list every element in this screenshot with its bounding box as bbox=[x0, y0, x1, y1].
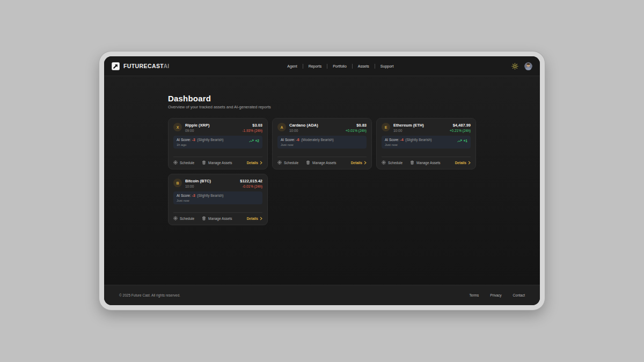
chevron-right-icon bbox=[468, 161, 471, 165]
trending-up-icon bbox=[249, 139, 254, 143]
asset-card-ethereum: E Ethereum (ETH) 10:00 $4,487.99 +0.21% … bbox=[376, 118, 476, 169]
gear-icon bbox=[173, 216, 178, 220]
sun-icon[interactable] bbox=[511, 63, 518, 70]
brand-name: FUTURECASTAI bbox=[123, 63, 170, 69]
schedule-button[interactable]: Schedule bbox=[277, 160, 298, 165]
nav-separator bbox=[352, 64, 353, 69]
coin-change: +0.01% (24h) bbox=[346, 129, 367, 132]
details-button[interactable]: Details bbox=[455, 161, 471, 165]
score-label: AI Score: bbox=[177, 138, 191, 142]
card-actions: Schedule Manage Assets Details bbox=[173, 212, 262, 220]
score-label: AI Score: bbox=[177, 194, 191, 197]
asset-card-bitcoin: B Bitcoin (BTC) 10:00 $122,015.42 -0.01%… bbox=[168, 174, 268, 225]
footer-link-terms[interactable]: Terms bbox=[470, 293, 479, 297]
coin-time: 10:00 bbox=[289, 129, 342, 132]
coin-price: $0.83 bbox=[346, 123, 367, 128]
card-header: A Cardano (ADA) 10:00 $0.83 +0.01% (24h) bbox=[277, 123, 367, 132]
score-sentiment: (Slightly Bearish) bbox=[197, 194, 223, 197]
score-sentiment: (Slightly Bearish) bbox=[197, 138, 223, 142]
nav-separator bbox=[327, 64, 327, 69]
footer-link-contact[interactable]: Contact bbox=[513, 293, 525, 297]
card-actions: Schedule Manage Assets Details bbox=[277, 157, 367, 165]
coin-change: -1.93% (24h) bbox=[242, 129, 262, 132]
manage-assets-button[interactable]: Manage Assets bbox=[410, 160, 440, 165]
nav-separator bbox=[375, 64, 375, 69]
coin-initial-badge: X bbox=[173, 123, 182, 131]
ai-score-strip: AI Score:-3 (Slightly Bearish) 1h ago +2 bbox=[173, 136, 262, 149]
gear-icon bbox=[382, 160, 386, 165]
nav-item-support[interactable]: Support bbox=[379, 63, 395, 70]
coin-change: +0.21% (24h) bbox=[450, 129, 471, 132]
manage-assets-button[interactable]: Manage Assets bbox=[306, 160, 336, 165]
coin-initial-badge: B bbox=[173, 179, 182, 187]
schedule-button[interactable]: Schedule bbox=[173, 216, 194, 220]
schedule-button[interactable]: Schedule bbox=[382, 160, 402, 165]
manage-assets-button[interactable]: Manage Assets bbox=[202, 216, 232, 220]
details-button[interactable]: Details bbox=[247, 217, 262, 220]
device-frame: FUTURECASTAI Agent Reports Portfolio Ass… bbox=[99, 51, 545, 310]
asset-card-ripple: X Ripple (XRP) 09:00 $3.03 -1.93% (24h) bbox=[168, 118, 268, 169]
trash-icon bbox=[410, 160, 414, 165]
nav-item-assets[interactable]: Assets bbox=[357, 63, 370, 70]
coin-initial-badge: E bbox=[382, 123, 390, 131]
trend-badge: +2 bbox=[249, 139, 259, 143]
card-header: X Ripple (XRP) 09:00 $3.03 -1.93% (24h) bbox=[173, 123, 262, 132]
nav-separator bbox=[303, 64, 303, 69]
schedule-button[interactable]: Schedule bbox=[173, 160, 194, 165]
arrow-up-right-logo-icon bbox=[112, 62, 120, 70]
score-sentiment: (Slightly Bearish) bbox=[405, 138, 431, 142]
footer-link-privacy[interactable]: Privacy bbox=[490, 293, 501, 297]
score-updated: Just now bbox=[177, 199, 223, 202]
main-nav: Agent Reports Portfolio Assets Support bbox=[170, 63, 511, 70]
chevron-right-icon bbox=[260, 217, 262, 220]
page-title: Dashboard bbox=[168, 94, 476, 103]
coin-price: $3.03 bbox=[242, 123, 262, 128]
coin-time: 10:00 bbox=[185, 184, 237, 188]
trending-up-icon bbox=[457, 139, 462, 143]
chevron-right-icon bbox=[260, 161, 262, 165]
coin-name: Ripple (XRP) bbox=[185, 123, 239, 128]
card-actions: Schedule Manage Assets Details bbox=[382, 157, 471, 165]
copyright-text: © 2025 Future Cast. All rights reserved. bbox=[119, 293, 180, 297]
coin-name: Bitcoin (BTC) bbox=[185, 179, 237, 183]
nav-item-reports[interactable]: Reports bbox=[308, 63, 323, 70]
score-value: -4 bbox=[400, 138, 404, 142]
asset-card-cardano: A Cardano (ADA) 10:00 $0.83 +0.01% (24h) bbox=[272, 118, 372, 169]
score-value: -3 bbox=[192, 138, 195, 142]
coin-change: -0.01% (24h) bbox=[240, 184, 262, 188]
manage-assets-button[interactable]: Manage Assets bbox=[202, 160, 232, 165]
app-footer: © 2025 Future Cast. All rights reserved.… bbox=[104, 285, 540, 305]
score-updated: Just now bbox=[385, 143, 431, 146]
brand-logo[interactable]: FUTURECASTAI bbox=[112, 62, 170, 70]
score-updated: 1h ago bbox=[177, 143, 223, 146]
details-button[interactable]: Details bbox=[351, 161, 367, 165]
coin-time: 10:00 bbox=[393, 129, 447, 132]
score-value: -3 bbox=[192, 194, 195, 197]
trash-icon bbox=[202, 160, 206, 165]
trash-icon bbox=[306, 160, 310, 165]
nav-item-portfolio[interactable]: Portfolio bbox=[332, 63, 348, 70]
gear-icon bbox=[173, 160, 178, 165]
app-window: FUTURECASTAI Agent Reports Portfolio Ass… bbox=[104, 56, 540, 305]
coin-initial-badge: A bbox=[277, 123, 286, 131]
score-sentiment: (Moderately Bearish) bbox=[301, 138, 333, 142]
nav-item-agent[interactable]: Agent bbox=[286, 63, 298, 70]
coin-time: 09:00 bbox=[185, 129, 239, 132]
card-header: E Ethereum (ETH) 10:00 $4,487.99 +0.21% … bbox=[382, 123, 471, 132]
main-content: Dashboard Overview of your tracked asset… bbox=[104, 76, 540, 285]
footer-links: Terms Privacy Contact bbox=[470, 293, 525, 297]
score-value: -6 bbox=[296, 138, 299, 142]
user-avatar[interactable] bbox=[524, 62, 532, 70]
card-header: B Bitcoin (BTC) 10:00 $122,015.42 -0.01%… bbox=[173, 179, 262, 188]
gear-icon bbox=[277, 160, 282, 165]
asset-cards-grid: X Ripple (XRP) 09:00 $3.03 -1.93% (24h) bbox=[168, 118, 476, 225]
ai-score-strip: AI Score:-4 (Slightly Bearish) Just now … bbox=[382, 136, 471, 149]
score-label: AI Score: bbox=[385, 138, 399, 142]
ai-score-strip: AI Score:-6 (Moderately Bearish) Just no… bbox=[277, 136, 367, 149]
details-button[interactable]: Details bbox=[247, 161, 262, 165]
coin-price: $4,487.99 bbox=[450, 123, 471, 128]
coin-name: Cardano (ADA) bbox=[289, 123, 342, 128]
score-label: AI Score: bbox=[281, 138, 295, 142]
trash-icon bbox=[202, 216, 206, 220]
trend-badge: +1 bbox=[457, 139, 467, 143]
